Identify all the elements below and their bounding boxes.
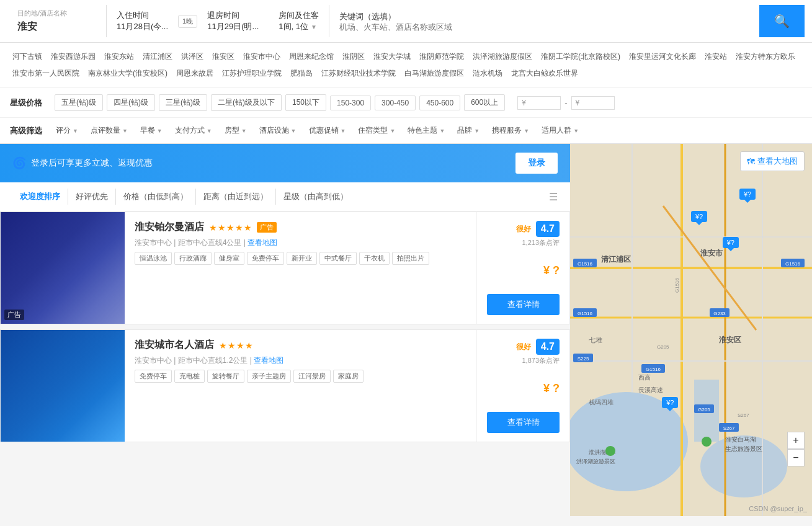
price-from-label: ¥ <box>522 99 526 107</box>
search-bar: 目的地/酒店名称 淮安 入住时间 11月28日(今... 1晚 退房时间 11月… <box>0 0 812 43</box>
advanced-filter-住宿类型[interactable]: 住宿类型 ▼ <box>353 123 400 138</box>
star-icon: ★ <box>244 223 252 233</box>
map-panel: G1516 G233 G1516 G205 S267 S225 清江浦区 淮安市… <box>570 144 812 516</box>
hotel-detail-button-1[interactable]: 查看详情 <box>487 412 560 433</box>
sort-item-1[interactable]: 好评优先 <box>68 189 116 205</box>
chevron-down-icon: ▼ <box>311 24 317 30</box>
star-price-option[interactable]: 600以上 <box>464 94 505 111</box>
location-tag[interactable]: 淮安西游乐园 <box>48 50 98 63</box>
location-tag[interactable]: 淮阴师范学院 <box>417 50 466 63</box>
hotel-tag: 免费停车 <box>135 370 172 383</box>
price-to[interactable]: ¥ <box>571 96 615 110</box>
rooms-field[interactable]: 房间及住客 1间, 1位 ▼ <box>269 5 329 37</box>
rating-label: 很好 <box>516 224 531 234</box>
hotel-image-0: 广告 <box>1 212 125 324</box>
zoom-in-button[interactable]: + <box>787 432 805 449</box>
checkout-segment[interactable]: 退房时间 11月29日(明... <box>197 6 269 36</box>
location-tag[interactable]: 淮安市第一人民医院 <box>10 67 82 80</box>
destination-value[interactable]: 淮安 <box>17 20 96 33</box>
keyword-input[interactable] <box>339 22 749 32</box>
price-range: ¥ - ¥ <box>517 96 614 110</box>
star-icon: ★ <box>236 341 244 350</box>
location-tag[interactable]: 周恩来故居 <box>174 67 216 80</box>
location-tag[interactable]: 河下古镇 <box>10 50 45 63</box>
hotel-name-0[interactable]: 淮安铂尔曼酒店 <box>135 221 204 234</box>
advanced-filter-早餐[interactable]: 早餐 ▼ <box>135 123 167 138</box>
location-tag[interactable]: 南京林业大学(淮安校区) <box>86 67 170 80</box>
list-view-icon[interactable]: ☰ <box>549 191 558 203</box>
map-price-pin-2[interactable]: ¥? <box>739 189 756 200</box>
advanced-filter-优惠促销[interactable]: 优惠促销 ▼ <box>304 123 351 138</box>
sort-item-0[interactable]: 欢迎度排序 <box>12 189 68 205</box>
location-tag[interactable]: 淮安里运河文化长廊 <box>627 50 698 63</box>
star-price-option[interactable]: 四星(钻)级 <box>107 94 155 111</box>
star-price-option[interactable]: 五星(钻)级 <box>55 94 103 111</box>
location-tag[interactable]: 洪泽湖旅游度假区 <box>470 50 535 63</box>
checkout-value[interactable]: 11月29日(明... <box>207 21 259 32</box>
advanced-filter-特色主题[interactable]: 特色主题 ▼ <box>403 123 450 138</box>
date-field: 入住时间 11月28日(今... 1晚 退房时间 11月29日(明... <box>107 5 269 37</box>
location-tag[interactable]: 淮安方特东方欧乐 <box>733 50 798 63</box>
login-banner: 🌀 登录后可享更多立减、返现优惠 登录 <box>0 144 570 182</box>
map-price-pin-4[interactable]: ¥? <box>662 397 678 408</box>
hotel-detail-button-0[interactable]: 查看详情 <box>487 294 560 315</box>
map-price-pin-1[interactable]: ¥? <box>691 211 707 222</box>
star-price-option[interactable]: 150以下 <box>285 94 326 111</box>
advanced-filter-适用人群[interactable]: 适用人群 ▼ <box>537 123 584 138</box>
checkin-segment[interactable]: 入住时间 11月28日(今... <box>107 6 178 36</box>
advanced-filter-支付方式[interactable]: 支付方式 ▼ <box>170 123 217 138</box>
star-price-option[interactable]: 450-600 <box>419 96 460 110</box>
location-tag[interactable]: 淮阴工学院(北京路校区) <box>538 50 623 63</box>
location-tag[interactable]: 淮安市中心 <box>241 50 283 63</box>
sort-item-4[interactable]: 星级（由高到低） <box>276 189 355 205</box>
location-tag[interactable]: 淮安大学城 <box>371 50 413 63</box>
hotel-name-1[interactable]: 淮安城市名人酒店 <box>135 339 214 352</box>
svg-text:G205: G205 <box>657 344 669 350</box>
hotel-map-link[interactable]: 查看地图 <box>254 356 283 365</box>
advanced-filter-点评数量[interactable]: 点评数量 ▼ <box>86 123 133 138</box>
location-tag[interactable]: 江苏财经职业技术学院 <box>319 67 398 80</box>
location-tag[interactable]: 龙宫大白鲸欢乐世界 <box>509 67 581 80</box>
search-button[interactable]: 🔍 <box>759 5 805 37</box>
location-tag[interactable]: 淮安区 <box>210 50 237 63</box>
price-from[interactable]: ¥ <box>517 96 561 110</box>
svg-text:淮安市: 淮安市 <box>700 249 723 257</box>
svg-text:生态旅游景区: 生态旅游景区 <box>725 445 762 452</box>
hotel-price-0: ¥ ? <box>543 264 560 277</box>
sort-row: 欢迎度排序好评优先价格（由低到高）距离（由近到远）星级（由高到低） ☰ <box>0 182 570 212</box>
location-tag[interactable]: 涟水机场 <box>470 67 505 80</box>
advanced-filter-评分[interactable]: 评分 ▼ <box>51 123 83 138</box>
keyword-field[interactable]: 关键词（选填） <box>329 5 759 37</box>
location-tag[interactable]: 白马湖旅游度假区 <box>402 67 466 80</box>
destination-field[interactable]: 目的地/酒店名称 淮安 <box>7 5 107 37</box>
sort-item-2[interactable]: 价格（由低到高） <box>116 189 196 205</box>
sort-item-3[interactable]: 距离（由近到远） <box>196 189 276 205</box>
location-tag[interactable]: 淮阴区 <box>340 50 367 63</box>
location-tag[interactable]: 清江浦区 <box>140 50 175 63</box>
star-price-option[interactable]: 二星(钻)级及以下 <box>211 94 282 111</box>
star-price-option[interactable]: 300-450 <box>375 96 416 110</box>
view-large-map-button[interactable]: 🗺 查看大地图 <box>740 151 805 171</box>
advanced-filter-携程服务[interactable]: 携程服务 ▼ <box>487 123 534 138</box>
advanced-filter-品牌[interactable]: 品牌 ▼ <box>452 123 484 138</box>
location-tag[interactable]: 淮安东站 <box>102 50 136 63</box>
hotel-map-link[interactable]: 查看地图 <box>248 238 277 247</box>
chevron-down-icon: ▼ <box>439 128 445 134</box>
star-price-option[interactable]: 150-300 <box>330 96 371 110</box>
location-tag[interactable]: 江苏护理职业学院 <box>220 67 284 80</box>
location-tag[interactable]: 淮安站 <box>702 50 729 63</box>
advanced-filter-酒店设施[interactable]: 酒店设施 ▼ <box>254 123 301 138</box>
login-button[interactable]: 登录 <box>515 153 558 174</box>
checkin-value[interactable]: 11月28日(今... <box>117 21 168 32</box>
zoom-out-button[interactable]: − <box>787 449 805 466</box>
advanced-filter-房型[interactable]: 房型 ▼ <box>220 123 252 138</box>
map-price-pin-3[interactable]: ¥? <box>723 237 739 248</box>
location-tag[interactable]: 洪泽区 <box>179 50 206 63</box>
star-icon: ★ <box>235 223 243 233</box>
location-tag[interactable]: 周恩来纪念馆 <box>287 50 336 63</box>
location-tag[interactable]: 肥猫岛 <box>288 67 315 80</box>
rooms-label: 房间及住客 <box>279 10 319 21</box>
star-price-option[interactable]: 三星(钻)级 <box>159 94 207 111</box>
rooms-value: 1间, 1位 <box>279 21 308 32</box>
price-to-label: ¥ <box>576 99 580 107</box>
